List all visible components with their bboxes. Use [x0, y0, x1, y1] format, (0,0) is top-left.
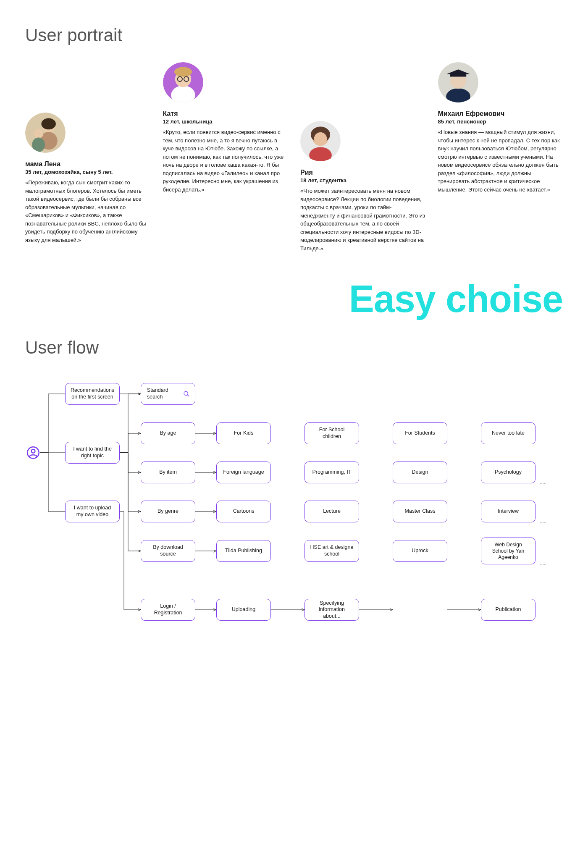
node-uprock: Uprock: [393, 540, 447, 562]
node-recommendations: Recommendations on the first screen: [65, 383, 120, 405]
node-interview: Interview: [481, 501, 536, 522]
node-programming: Programming, IT: [304, 462, 359, 483]
user-flow-diagram: Recommendations on the first screen I wa…: [25, 375, 563, 669]
node-never-too-late: Never too late: [481, 422, 536, 444]
avatar-riya: [300, 121, 341, 161]
persona-meta: 35 лет, домохозяйка, сыну 5 лет.: [25, 169, 150, 175]
persona-lena: мама Лена 35 лет, домохозяйка, сыну 5 ле…: [25, 113, 150, 244]
svg-point-16: [314, 132, 327, 145]
node-uploading: Uploading: [216, 599, 271, 621]
svg-rect-20: [450, 73, 466, 77]
svg-point-9: [174, 67, 192, 77]
persona-name: Катя: [163, 110, 288, 118]
node-cartoons: Cartoons: [216, 501, 271, 522]
node-login: Login / Registration: [141, 599, 195, 621]
node-by-genre: By genre: [141, 501, 195, 522]
svg-line-33: [187, 395, 189, 396]
node-by-item: By item: [141, 462, 195, 483]
user-icon: [27, 446, 39, 459]
avatar-katya: [163, 62, 203, 102]
ellipsis-icon: .....: [540, 561, 547, 566]
svg-point-3: [34, 128, 43, 138]
persona-name: Рия: [300, 169, 425, 176]
node-foreign-lang: Foreign language: [216, 462, 271, 483]
node-tilda: Tilda Publishing: [216, 540, 271, 562]
node-hse: HSE art & designe school: [304, 540, 359, 562]
persona-quote: «Переживаю, когда сын смотрит каких-то м…: [25, 178, 150, 244]
persona-katya: Катя 12 лет, школьница «Круто, если появ…: [163, 62, 288, 194]
node-wds: Web Design School by Yan Ageenko: [481, 538, 536, 564]
node-upload: I want to upload my own video: [65, 501, 120, 522]
persona-meta: 85 лет, пенсионер: [438, 118, 563, 125]
persona-quote: «Круто, если появится видео-сервис именн…: [163, 128, 288, 194]
svg-point-31: [32, 449, 35, 453]
node-by-age: By age: [141, 422, 195, 444]
search-icon: [183, 391, 190, 397]
node-find-topic: I want to find the right topic: [65, 442, 120, 464]
node-master-class: Master Class: [393, 501, 447, 522]
node-standard-search: Standard search: [141, 383, 195, 405]
avatar-lena: [25, 113, 66, 153]
ellipsis-icon: .....: [540, 480, 547, 485]
persona-quote: «Новые знания — мощный стимул для жизни,…: [438, 128, 563, 194]
node-publication: Publication: [481, 599, 536, 621]
avatar-mikhail: [438, 62, 478, 102]
persona-name: Михаил Ефремович: [438, 110, 563, 118]
svg-point-5: [41, 118, 56, 129]
node-psychology: Psychology: [481, 462, 536, 483]
easy-choice-headline: Easy choise: [25, 278, 563, 321]
portrait-title: User portrait: [25, 25, 563, 45]
node-label: Standard search: [147, 387, 179, 400]
node-for-school: For School children: [304, 422, 359, 444]
persona-meta: 12 лет, школьница: [163, 118, 288, 125]
persona-quote: «Что может заинтересовать меня на новом …: [300, 187, 425, 252]
flow-title: User flow: [25, 338, 563, 358]
personas-row: мама Лена 35 лет, домохозяйка, сыну 5 ле…: [25, 62, 563, 252]
ellipsis-icon: .....: [540, 519, 547, 524]
node-design: Design: [393, 462, 447, 483]
node-lecture: Lecture: [304, 501, 359, 522]
persona-mikhail: Михаил Ефремович 85 лет, пенсионер «Новы…: [438, 62, 563, 194]
persona-riya: Рия 18 лет, студентка «Что может заинтер…: [300, 121, 425, 252]
node-specifying: Specifying information about...: [304, 599, 359, 621]
node-by-source: By download source: [141, 540, 195, 562]
node-for-kids: For Kids: [216, 422, 271, 444]
persona-meta: 18 лет, студентка: [300, 177, 425, 184]
persona-name: мама Лена: [25, 160, 150, 168]
svg-point-32: [184, 391, 188, 395]
svg-point-4: [32, 138, 45, 152]
node-for-students: For Students: [393, 422, 447, 444]
